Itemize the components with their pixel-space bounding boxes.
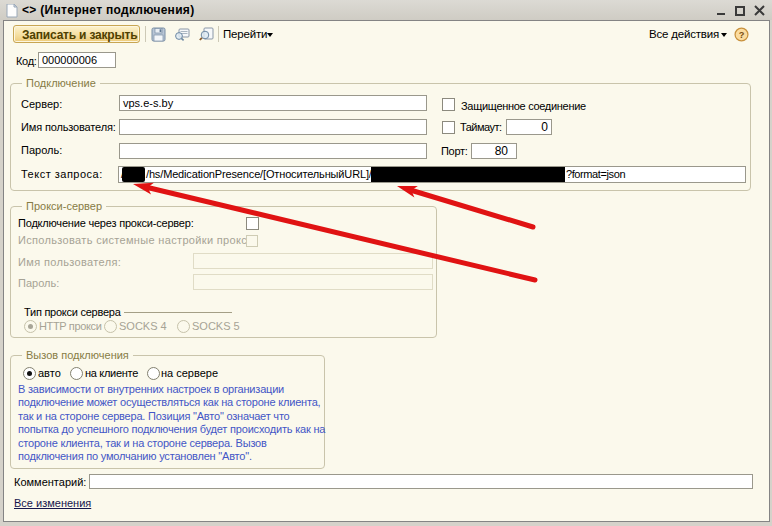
svg-text:?: ? [739,30,745,40]
